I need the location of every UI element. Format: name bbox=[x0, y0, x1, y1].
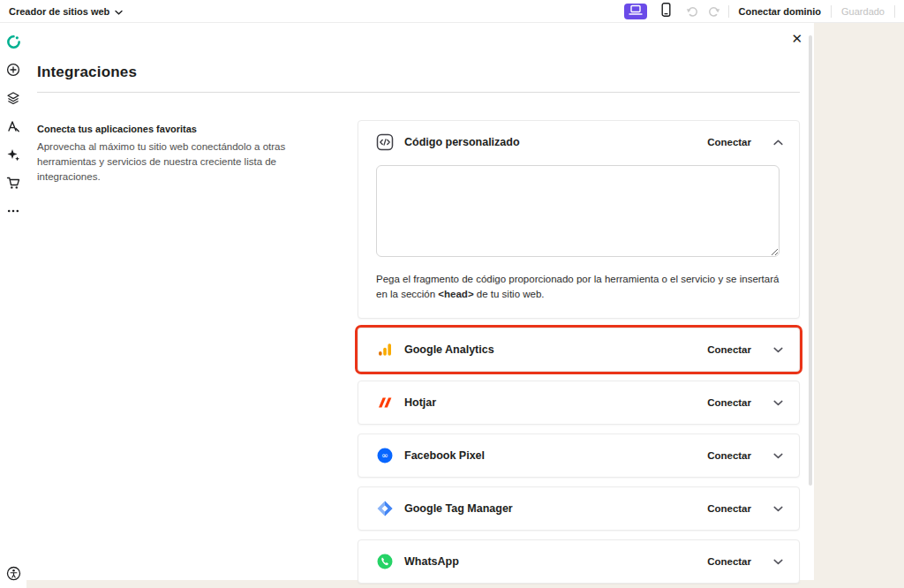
divider bbox=[831, 5, 832, 18]
intro-title: Conecta tus aplicaciones favoritas bbox=[37, 124, 331, 134]
custom-code-textarea[interactable] bbox=[376, 165, 780, 257]
laptop-icon bbox=[629, 4, 643, 19]
desktop-view-button[interactable] bbox=[624, 4, 647, 19]
divider bbox=[894, 5, 895, 18]
store-cart-icon[interactable] bbox=[5, 175, 21, 191]
chevron-down-icon[interactable] bbox=[773, 400, 783, 406]
add-element-icon[interactable] bbox=[5, 62, 21, 78]
integration-name: Google Analytics bbox=[404, 343, 494, 356]
card-header[interactable]: WhatsApp Conectar bbox=[358, 540, 799, 583]
ai-sparkle-icon[interactable] bbox=[5, 147, 21, 162]
card-header[interactable]: ∞ Facebook Pixel Conectar bbox=[358, 434, 799, 477]
sidebar bbox=[0, 23, 26, 588]
redo-icon[interactable] bbox=[707, 5, 720, 18]
top-bar: Creador de sitios web bbox=[0, 0, 904, 23]
whatsapp-icon bbox=[376, 553, 394, 570]
help-text: Pega el fragmento de código proporcionad… bbox=[376, 274, 779, 299]
card-header[interactable]: Código personalizado Conectar bbox=[358, 121, 799, 163]
chevron-down-icon bbox=[115, 6, 123, 17]
connect-link[interactable]: Conectar bbox=[707, 137, 751, 147]
typography-icon[interactable] bbox=[5, 118, 21, 134]
card-header[interactable]: Google Tag Manager Conectar bbox=[358, 487, 799, 530]
mobile-view-button[interactable] bbox=[655, 4, 678, 19]
google-analytics-icon bbox=[376, 341, 394, 358]
custom-code-body: Pega el fragmento de código proporcionad… bbox=[358, 163, 799, 318]
intro-description: Aprovecha al máximo tu sitio web conectá… bbox=[37, 139, 331, 185]
accessibility-icon[interactable] bbox=[5, 565, 21, 581]
integration-card-facebook-pixel: ∞ Facebook Pixel Conectar bbox=[358, 433, 800, 478]
modal-content: Conecta tus aplicaciones favoritas Aprov… bbox=[37, 120, 800, 580]
chevron-down-icon[interactable] bbox=[773, 347, 783, 353]
help-text: de tu sitio web. bbox=[474, 289, 545, 299]
close-icon[interactable]: ✕ bbox=[791, 32, 802, 45]
integration-card-google-analytics: Google Analytics Conectar bbox=[358, 328, 800, 372]
chevron-up-icon[interactable] bbox=[773, 139, 783, 146]
chevron-down-icon[interactable] bbox=[773, 453, 783, 459]
integration-card-whatsapp: WhatsApp Conectar bbox=[358, 539, 800, 584]
connect-link[interactable]: Conectar bbox=[707, 556, 751, 567]
card-header[interactable]: Hotjar Conectar bbox=[358, 381, 799, 424]
builder-logo-icon[interactable] bbox=[5, 34, 21, 49]
site-menu-label: Creador de sitios web bbox=[9, 6, 109, 17]
chevron-down-icon[interactable] bbox=[773, 559, 783, 565]
page-title: Integraciones bbox=[37, 64, 137, 81]
title-divider bbox=[37, 92, 800, 93]
integrations-list: Código personalizado Conectar Pega el fr… bbox=[358, 120, 800, 580]
svg-text:∞: ∞ bbox=[381, 450, 388, 460]
chevron-down-icon[interactable] bbox=[773, 506, 783, 512]
google-tag-manager-icon bbox=[376, 500, 394, 517]
website-builder-app: Creador de sitios web bbox=[0, 0, 904, 588]
custom-code-icon bbox=[376, 133, 394, 151]
integration-name: WhatsApp bbox=[404, 555, 459, 568]
more-options-icon[interactable] bbox=[5, 203, 21, 219]
connect-link[interactable]: Conectar bbox=[707, 344, 751, 355]
modal-scrollbar[interactable] bbox=[809, 35, 812, 486]
integration-card-custom-code: Código personalizado Conectar Pega el fr… bbox=[358, 120, 800, 319]
top-bar-actions: Conectar dominio Guardado bbox=[624, 4, 895, 19]
head-tag-text: <head> bbox=[438, 289, 473, 299]
intro-column: Conecta tus aplicaciones favoritas Aprov… bbox=[37, 120, 331, 580]
divider bbox=[728, 5, 729, 18]
facebook-pixel-icon: ∞ bbox=[376, 447, 394, 464]
undo-icon[interactable] bbox=[686, 5, 699, 18]
hotjar-icon bbox=[376, 394, 394, 411]
connect-link[interactable]: Conectar bbox=[707, 450, 751, 461]
integration-name: Código personalizado bbox=[404, 136, 520, 148]
custom-code-help: Pega el fragmento de código proporcionad… bbox=[376, 272, 780, 302]
integration-name: Google Tag Manager bbox=[404, 502, 513, 515]
layers-icon[interactable] bbox=[5, 90, 21, 106]
integrations-modal: ✕ Integraciones Conecta tus aplicaciones… bbox=[26, 23, 814, 580]
card-header[interactable]: Google Analytics Conectar bbox=[358, 328, 799, 371]
integration-card-google-tag-manager: Google Tag Manager Conectar bbox=[358, 486, 800, 531]
integration-name: Facebook Pixel bbox=[404, 449, 485, 462]
connect-link[interactable]: Conectar bbox=[707, 397, 751, 408]
connect-link[interactable]: Conectar bbox=[707, 503, 751, 514]
integration-card-hotjar: Hotjar Conectar bbox=[358, 381, 800, 425]
integration-name: Hotjar bbox=[404, 396, 436, 409]
site-menu-dropdown[interactable]: Creador de sitios web bbox=[9, 6, 123, 17]
saved-status: Guardado bbox=[840, 6, 886, 17]
connect-domain-button[interactable]: Conectar dominio bbox=[737, 6, 824, 17]
smartphone-icon bbox=[661, 3, 671, 20]
